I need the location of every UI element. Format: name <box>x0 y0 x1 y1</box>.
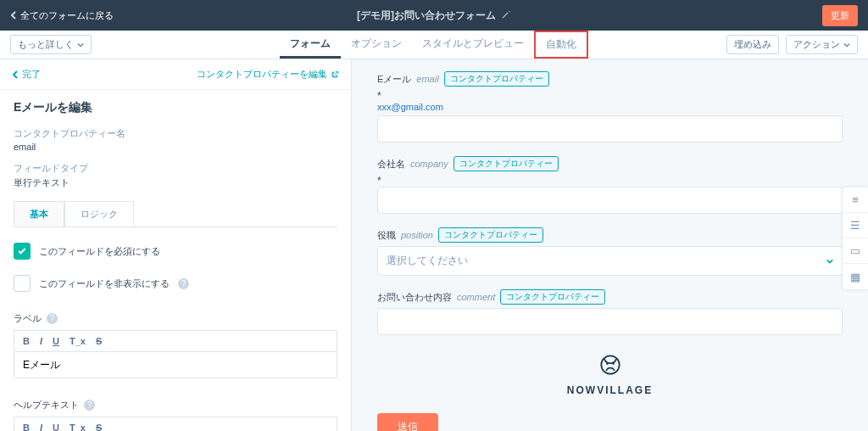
done-text: 完了 <box>22 68 41 81</box>
rt-italic[interactable]: I <box>40 423 42 431</box>
email-required-mark: * <box>377 90 843 102</box>
submit-button[interactable]: 送信 <box>377 413 438 431</box>
email-badge: コンタクトプロパティー <box>444 71 549 87</box>
required-label: このフィールドを必須にする <box>39 245 160 258</box>
lion-icon <box>594 349 626 381</box>
brand-text: NOWVILLAGE <box>567 384 653 396</box>
edit-property-text: コンタクトプロパティーを編集 <box>197 68 327 81</box>
chevron-left-icon <box>12 70 19 79</box>
field-email: Eメール email コンタクトプロパティー * xxx@gmail.com <box>377 71 843 143</box>
nav-tabs: フォーム オプション スタイルとプレビュー 自動化 <box>280 31 588 59</box>
position-label-jp: 役職 <box>377 229 396 242</box>
svg-point-0 <box>601 355 619 373</box>
page-title: [デモ用]お問い合わせフォーム <box>357 8 496 23</box>
rt-underline[interactable]: U <box>53 336 59 346</box>
svg-point-1 <box>606 363 608 365</box>
update-button[interactable]: 更新 <box>822 5 858 26</box>
tab-automation[interactable]: 自動化 <box>534 31 588 59</box>
external-link-icon <box>331 70 339 79</box>
edit-property-link[interactable]: コンタクトプロパティーを編集 <box>197 68 339 81</box>
required-row: このフィールドを必須にする <box>14 243 337 260</box>
company-label-en: company <box>410 159 448 169</box>
back-text: 全てのフォームに戻る <box>20 9 114 22</box>
company-label-jp: 会社名 <box>377 158 405 171</box>
actions-label: アクション <box>793 38 840 51</box>
chevron-down-icon <box>77 42 84 48</box>
prop-name-value: email <box>14 142 337 152</box>
left-panel: 完了 コンタクトプロパティーを編集 Eメールを編集 コンタクトプロパティー名 e… <box>0 59 352 431</box>
rich-text-toolbar-label: B I U T_x S <box>14 330 337 351</box>
editor-tab-logic[interactable]: ロジック <box>64 201 134 227</box>
back-link[interactable]: 全てのフォームに戻る <box>10 9 114 22</box>
rt-underline[interactable]: U <box>53 423 59 431</box>
company-badge: コンタクトプロパティー <box>453 156 559 171</box>
menu-icon[interactable]: ≡ <box>843 188 868 213</box>
rt-clear[interactable]: T_x <box>70 336 86 346</box>
window-icon[interactable]: ▭ <box>843 238 868 264</box>
field-comment: お問い合わせ内容 comment コンタクトプロパティー <box>377 289 843 335</box>
comment-input[interactable] <box>377 308 843 335</box>
comment-badge: コンタクトプロパティー <box>500 289 605 305</box>
help-icon[interactable]: ? <box>84 400 95 411</box>
side-tools: ≡ ☰ ▭ ▦ <box>842 187 868 290</box>
field-position: 役職 position コンタクトプロパティー 選択してください <box>377 227 843 276</box>
check-icon <box>17 246 27 256</box>
secondbar: もっと詳しく フォーム オプション スタイルとプレビュー 自動化 埋め込み アク… <box>0 31 868 59</box>
actions-button[interactable]: アクション <box>786 35 858 54</box>
rt-bold[interactable]: B <box>23 336 30 346</box>
editor-heading: Eメールを編集 <box>14 100 337 115</box>
more-details-label: もっと詳しく <box>18 38 74 51</box>
edit-title-icon[interactable] <box>501 9 511 22</box>
field-type-value: 単行テキスト <box>14 176 337 189</box>
position-caption: 役職 position コンタクトプロパティー <box>377 227 843 243</box>
label-input[interactable] <box>14 351 337 378</box>
rt-italic[interactable]: I <box>40 336 42 346</box>
tab-form[interactable]: フォーム <box>280 31 341 59</box>
comment-label-en: comment <box>457 292 495 302</box>
tab-options[interactable]: オプション <box>341 31 412 59</box>
help-icon[interactable]: ? <box>47 313 58 324</box>
left-panel-header: 完了 コンタクトプロパティーを編集 <box>0 59 351 90</box>
email-help-example: xxx@gmail.com <box>377 102 843 112</box>
done-link[interactable]: 完了 <box>12 68 41 81</box>
brand-logo: NOWVILLAGE <box>377 349 843 396</box>
left-panel-body: Eメールを編集 コンタクトプロパティー名 email フィールドタイプ 単行テキ… <box>0 90 351 431</box>
chevron-down-icon <box>843 42 850 48</box>
company-input[interactable] <box>377 187 843 214</box>
editor-tab-basic[interactable]: 基本 <box>14 201 64 227</box>
editor-tabs: 基本 ロジック <box>14 201 337 227</box>
required-checkbox[interactable] <box>14 243 31 260</box>
rich-text-toolbar-help: B I U T_x S <box>14 417 337 431</box>
rt-strike[interactable]: S <box>96 423 102 431</box>
form-preview: Eメール email コンタクトプロパティー * xxx@gmail.com 会… <box>352 59 868 431</box>
calendar-icon[interactable]: ☰ <box>843 213 868 238</box>
comment-caption: お問い合わせ内容 comment コンタクトプロパティー <box>377 289 843 305</box>
email-caption: Eメール email コンタクトプロパティー <box>377 71 843 87</box>
prop-name-label: コンタクトプロパティー名 <box>14 127 337 140</box>
topbar: 全てのフォームに戻る [デモ用]お問い合わせフォーム 更新 <box>0 0 868 31</box>
help-caption-row: ヘルプテキスト ? <box>14 399 337 411</box>
rt-bold[interactable]: B <box>23 423 30 431</box>
help-icon[interactable]: ? <box>178 278 189 289</box>
hidden-label: このフィールドを非表示にする <box>39 277 170 290</box>
email-input[interactable] <box>377 115 843 143</box>
svg-point-2 <box>612 363 614 365</box>
hidden-row: このフィールドを非表示にする ? <box>14 275 337 292</box>
position-label-en: position <box>401 230 433 240</box>
table-icon[interactable]: ▦ <box>843 264 868 289</box>
rt-strike[interactable]: S <box>96 336 102 346</box>
main: 完了 コンタクトプロパティーを編集 Eメールを編集 コンタクトプロパティー名 e… <box>0 59 868 431</box>
rt-clear[interactable]: T_x <box>70 423 86 431</box>
position-selected: 選択してください <box>387 254 468 268</box>
chevron-down-icon <box>826 255 833 267</box>
position-select[interactable]: 選択してください <box>377 246 843 276</box>
chevron-left-icon <box>10 11 17 20</box>
hidden-checkbox[interactable] <box>14 275 31 292</box>
embed-button[interactable]: 埋め込み <box>726 35 779 54</box>
page-title-area: [デモ用]お問い合わせフォーム <box>357 8 511 23</box>
help-caption: ヘルプテキスト <box>14 399 79 411</box>
tab-style-preview[interactable]: スタイルとプレビュー <box>412 31 534 59</box>
email-label-jp: Eメール <box>377 73 411 86</box>
more-details-button[interactable]: もっと詳しく <box>10 35 92 54</box>
email-label-en: email <box>416 74 438 84</box>
